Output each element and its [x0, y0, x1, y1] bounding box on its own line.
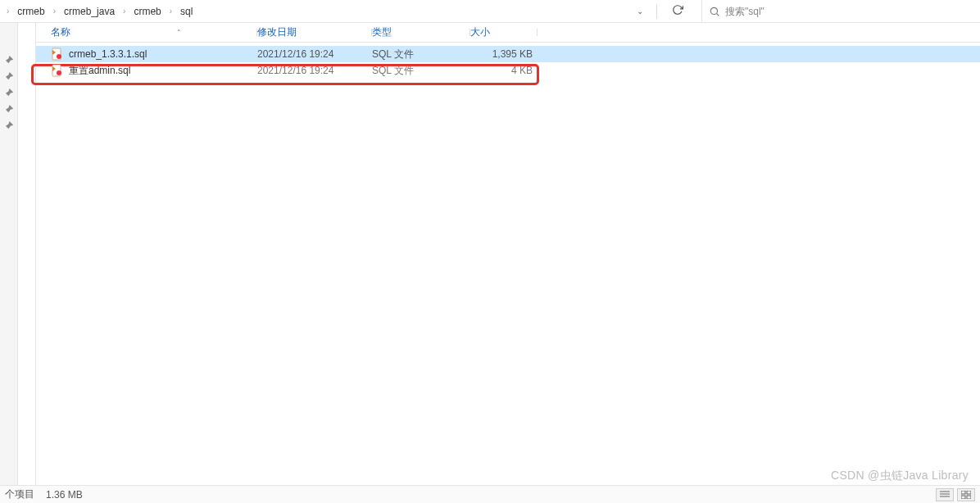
chevron-right-icon: › — [168, 7, 174, 16]
file-name: 重置admin.sql — [69, 64, 130, 78]
body: 名称 ˄ 修改日期 类型 大小 — [0, 23, 980, 485]
file-size: 1,395 KB — [470, 48, 538, 60]
breadcrumb-item[interactable]: crmeb — [12, 4, 49, 19]
column-header-name[interactable]: 名称 ˄ — [51, 25, 257, 39]
chevron-right-icon: › — [52, 7, 57, 16]
svg-point-0 — [710, 7, 717, 14]
column-resize-handle[interactable] — [537, 29, 538, 36]
sort-indicator-icon: ˄ — [177, 29, 181, 37]
file-row[interactable]: 重置admin.sql 2021/12/16 19:24 SQL 文件 4 KB — [36, 62, 980, 79]
file-name: crmeb_1.3.3.1.sql — [69, 48, 147, 60]
refresh-icon — [672, 4, 683, 16]
svg-rect-10 — [967, 491, 971, 494]
breadcrumb-item[interactable]: crmeb — [129, 4, 166, 19]
pin-icon[interactable] — [3, 56, 15, 67]
svg-rect-9 — [961, 491, 965, 494]
divider — [656, 4, 657, 19]
file-size: 4 KB — [470, 65, 538, 76]
pin-icon[interactable] — [3, 121, 15, 133]
file-type: SQL 文件 — [372, 48, 470, 61]
svg-rect-11 — [961, 496, 965, 499]
column-header-label: 修改日期 — [257, 26, 297, 38]
details-view-icon — [940, 491, 950, 499]
address-bar: › crmeb › crmeb_java › crmeb › sql ⌄ — [0, 0, 980, 23]
status-bar: 个项目 1.36 MB — [0, 485, 980, 503]
file-row[interactable]: crmeb_1.3.3.1.sql 2021/12/16 19:24 SQL 文… — [36, 46, 980, 62]
column-header-size[interactable]: 大小 — [470, 25, 538, 39]
file-list: 名称 ˄ 修改日期 类型 大小 — [36, 23, 980, 485]
nav-pane-collapsed[interactable] — [18, 23, 36, 485]
search-icon — [709, 6, 720, 17]
breadcrumb: › crmeb › crmeb_java › crmeb › sql — [5, 4, 630, 19]
view-thumbnails-button[interactable] — [957, 488, 975, 501]
column-header-label: 类型 — [372, 26, 392, 38]
file-type: SQL 文件 — [372, 64, 470, 78]
breadcrumb-item[interactable]: sql — [175, 4, 197, 19]
column-header-label: 大小 — [470, 26, 490, 38]
svg-point-3 — [57, 54, 61, 59]
pin-icon[interactable] — [3, 105, 15, 116]
search-box[interactable] — [701, 0, 980, 22]
sql-file-icon — [51, 64, 64, 77]
thumbnails-view-icon — [961, 491, 971, 499]
column-header-date[interactable]: 修改日期 — [257, 25, 372, 39]
column-header-label: 名称 — [51, 25, 70, 39]
status-items-count: 个项目 — [5, 487, 34, 501]
svg-line-1 — [717, 13, 719, 16]
history-dropdown-button[interactable]: ⌄ — [630, 3, 650, 19]
column-headers: 名称 ˄ 修改日期 类型 大小 — [36, 23, 980, 43]
svg-point-5 — [57, 70, 61, 75]
column-header-type[interactable]: 类型 — [372, 25, 470, 39]
status-selection-size: 1.36 MB — [46, 489, 83, 501]
breadcrumb-item[interactable]: crmeb_java — [59, 4, 120, 19]
sql-file-icon — [51, 48, 64, 61]
pin-icon[interactable] — [3, 72, 15, 84]
search-input[interactable] — [725, 6, 973, 17]
svg-rect-12 — [967, 496, 971, 499]
breadcrumb-area: › crmeb › crmeb_java › crmeb › sql ⌄ — [0, 0, 701, 22]
file-rows: crmeb_1.3.3.1.sql 2021/12/16 19:24 SQL 文… — [36, 43, 980, 79]
refresh-button[interactable] — [664, 1, 692, 21]
quick-access-strip — [0, 23, 18, 485]
pin-icon[interactable] — [3, 88, 15, 100]
chevron-right-icon: › — [121, 7, 127, 16]
file-date: 2021/12/16 19:24 — [257, 65, 372, 76]
chevron-right-icon: › — [5, 7, 11, 16]
address-controls: ⌄ — [630, 1, 696, 21]
view-details-button[interactable] — [936, 488, 954, 501]
file-date: 2021/12/16 19:24 — [257, 48, 372, 60]
